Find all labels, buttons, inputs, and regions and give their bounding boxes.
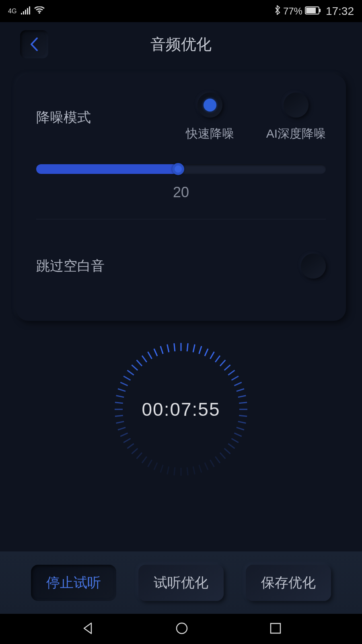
radio-ai-deep-noise-reduction[interactable]: AI深度降噪 xyxy=(266,93,326,142)
svg-line-53 xyxy=(123,376,130,380)
svg-line-45 xyxy=(118,427,125,430)
svg-line-27 xyxy=(215,456,220,463)
slider-fill xyxy=(36,164,178,174)
battery-icon xyxy=(305,6,321,17)
svg-line-39 xyxy=(142,456,147,463)
svg-line-25 xyxy=(224,448,230,454)
radio-icon xyxy=(284,93,309,118)
svg-line-26 xyxy=(220,453,225,459)
svg-line-17 xyxy=(239,402,247,403)
radio-label: AI深度降噪 xyxy=(266,126,326,142)
svg-line-47 xyxy=(115,415,123,416)
svg-rect-64 xyxy=(271,623,280,633)
svg-line-24 xyxy=(228,444,234,448)
svg-line-6 xyxy=(199,346,202,354)
svg-line-12 xyxy=(228,370,234,375)
preview-optimize-button[interactable]: 试听优化 xyxy=(138,565,224,601)
svg-line-28 xyxy=(210,460,214,467)
page-header: 音频优化 xyxy=(0,22,362,66)
svg-line-16 xyxy=(238,396,246,397)
svg-line-36 xyxy=(160,465,163,473)
radio-label: 快速降噪 xyxy=(186,126,234,142)
svg-line-29 xyxy=(205,462,208,470)
svg-line-56 xyxy=(137,360,142,366)
save-optimize-button[interactable]: 保存优化 xyxy=(246,565,331,601)
clock: 17:32 xyxy=(326,5,354,18)
wifi-icon xyxy=(34,6,45,17)
svg-line-35 xyxy=(167,466,169,475)
svg-rect-2 xyxy=(319,9,321,12)
svg-line-50 xyxy=(116,396,124,397)
radio-fast-noise-reduction[interactable]: 快速降噪 xyxy=(186,93,234,142)
svg-line-31 xyxy=(193,466,195,475)
svg-line-38 xyxy=(148,460,152,467)
svg-line-62 xyxy=(174,343,175,351)
svg-line-8 xyxy=(210,352,214,359)
svg-line-5 xyxy=(193,345,195,353)
slider-thumb[interactable] xyxy=(172,163,184,175)
skip-blank-toggle[interactable] xyxy=(301,254,326,279)
network-indicator: 4G xyxy=(8,8,16,14)
nav-back-button[interactable] xyxy=(81,621,95,637)
svg-line-40 xyxy=(137,453,142,459)
svg-line-19 xyxy=(239,415,247,416)
svg-line-23 xyxy=(232,439,239,443)
svg-line-57 xyxy=(142,356,147,362)
slider-track xyxy=(36,164,326,174)
nav-home-button[interactable] xyxy=(175,621,189,637)
svg-line-13 xyxy=(232,376,239,380)
svg-line-54 xyxy=(128,370,134,375)
status-bar: 4G 77% 17:32 xyxy=(0,0,362,22)
svg-line-30 xyxy=(199,465,202,473)
svg-line-7 xyxy=(205,349,208,356)
svg-line-51 xyxy=(118,389,125,391)
svg-line-58 xyxy=(148,352,152,359)
svg-line-10 xyxy=(220,360,225,366)
svg-line-34 xyxy=(174,467,175,475)
back-button[interactable] xyxy=(20,30,48,58)
svg-line-49 xyxy=(115,402,123,403)
chevron-left-icon xyxy=(29,37,39,52)
noise-reduction-row: 降噪模式 快速降噪 AI深度降噪 xyxy=(36,93,326,142)
bottom-action-panel: 停止试听 试听优化 保存优化 xyxy=(0,551,362,614)
skip-blank-row: 跳过空白音 xyxy=(36,254,326,279)
svg-line-11 xyxy=(224,365,230,370)
svg-line-61 xyxy=(167,345,169,353)
radio-icon xyxy=(197,93,222,118)
options-card: 降噪模式 快速降噪 AI深度降噪 20 跳过空白音 xyxy=(16,74,346,321)
svg-line-20 xyxy=(238,421,246,423)
bluetooth-icon xyxy=(274,5,281,17)
svg-line-52 xyxy=(120,382,128,386)
svg-rect-1 xyxy=(306,8,316,13)
svg-line-55 xyxy=(132,365,138,370)
timer-ticks-icon xyxy=(115,343,247,476)
battery-percent: 77% xyxy=(283,6,302,17)
skip-blank-label: 跳过空白音 xyxy=(36,257,105,275)
android-nav-bar xyxy=(0,614,362,644)
timer-display: 00:07:55 xyxy=(0,341,362,478)
svg-line-9 xyxy=(215,356,220,362)
svg-line-14 xyxy=(234,382,241,386)
svg-line-4 xyxy=(187,343,188,351)
nav-recent-button[interactable] xyxy=(269,622,282,636)
svg-line-42 xyxy=(128,444,134,448)
page-title: 音频优化 xyxy=(150,34,212,55)
svg-line-21 xyxy=(237,427,244,430)
svg-line-32 xyxy=(187,467,188,475)
svg-line-44 xyxy=(120,433,128,436)
signal-icon xyxy=(21,6,30,17)
svg-line-15 xyxy=(237,389,244,391)
svg-line-22 xyxy=(234,433,241,436)
slider-value: 20 xyxy=(36,184,326,201)
svg-line-46 xyxy=(116,421,124,423)
svg-point-63 xyxy=(177,623,187,634)
noise-reduction-slider[interactable]: 20 xyxy=(36,164,326,219)
noise-reduction-label: 降噪模式 xyxy=(36,108,91,127)
svg-line-41 xyxy=(132,448,138,454)
stop-preview-button[interactable]: 停止试听 xyxy=(31,565,116,601)
svg-line-60 xyxy=(160,346,163,354)
svg-line-43 xyxy=(123,439,130,443)
svg-line-59 xyxy=(154,349,157,356)
svg-line-37 xyxy=(154,462,157,470)
